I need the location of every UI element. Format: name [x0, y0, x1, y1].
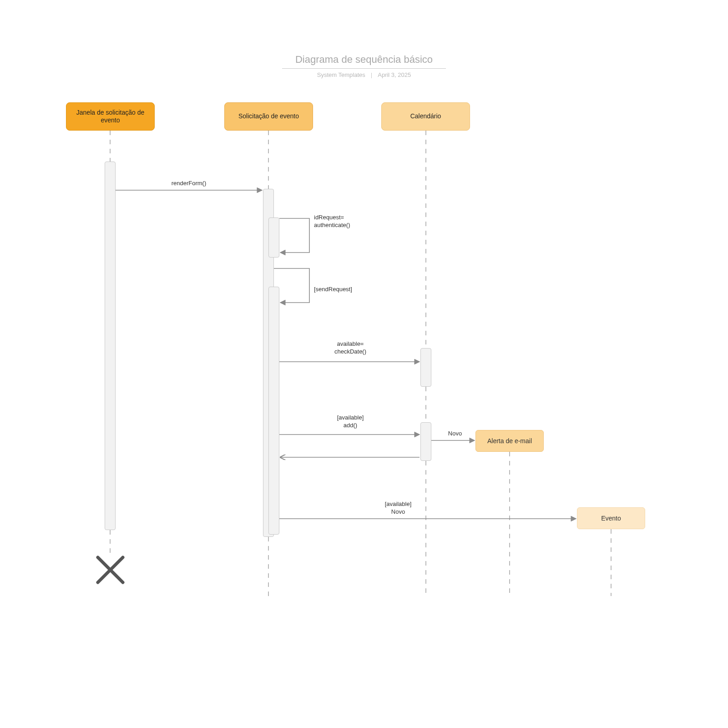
diagram-canvas: Diagrama de sequência básico System Temp…: [0, 0, 728, 728]
activation-event-request-auth: [268, 217, 279, 258]
svg-line-1: [98, 557, 123, 582]
subtitle-left: System Templates: [317, 71, 365, 78]
activation-calendar-check: [420, 348, 431, 387]
svg-line-0: [98, 557, 123, 582]
destroy-icon: [98, 557, 123, 582]
label-checkdate: available= checkDate(): [300, 340, 400, 356]
created-email-alert: Alerta de e-mail: [475, 430, 544, 452]
label-sendrequest: [sendRequest]: [314, 286, 373, 293]
label-authenticate: idRequest= authenticate(): [314, 214, 373, 229]
title-block: Diagrama de sequência básico System Temp…: [0, 54, 728, 78]
created-event: Evento: [577, 507, 645, 529]
diagram-subtitle: System Templates April 3, 2025: [0, 71, 728, 78]
subtitle-right: April 3, 2025: [378, 71, 411, 78]
diagram-title: Diagrama de sequência básico: [0, 54, 728, 66]
participant-calendar: Calendário: [381, 102, 470, 131]
activation-calendar-add: [420, 422, 431, 461]
subtitle-separator: [371, 73, 372, 78]
activation-event-window: [105, 162, 116, 530]
label-novo1: Novo: [439, 430, 471, 438]
label-add: [available] add(): [300, 414, 400, 430]
label-available-novo: [available] Novo: [348, 500, 448, 516]
participant-event-window: Janela de solicitação de evento: [66, 102, 155, 131]
label-renderform: renderForm(): [136, 180, 241, 187]
arrow-authenticate: [279, 218, 309, 253]
title-underline: [282, 68, 446, 69]
participant-event-request: Solicitação de evento: [224, 102, 313, 131]
activation-event-request-send: [268, 287, 279, 535]
